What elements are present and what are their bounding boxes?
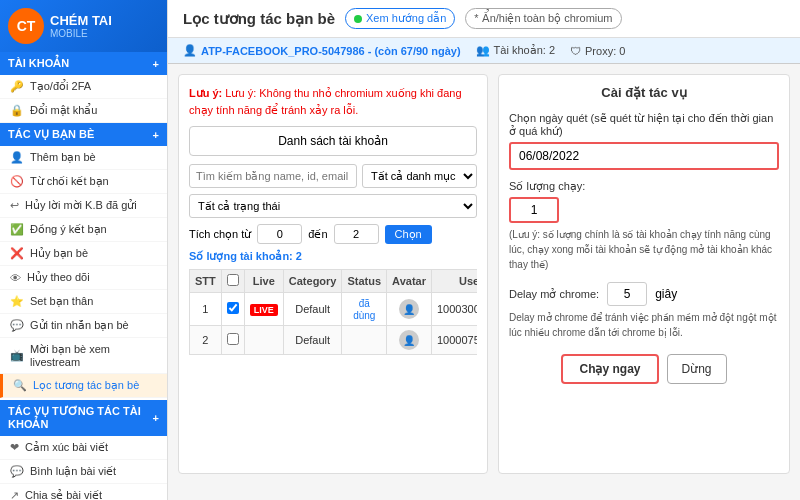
status-badge: đã dùng: [353, 298, 375, 321]
sidebar-item-gui-tin[interactable]: 💬 Gửi tin nhắn bạn bè: [0, 314, 167, 338]
eye-icon: *: [474, 12, 478, 24]
delay-unit: giây: [655, 287, 677, 301]
green-dot-icon: [354, 15, 362, 23]
col-category: Category: [283, 270, 342, 293]
so-luong-row: Số lượng tài khoản: 2: [189, 250, 477, 263]
sidebar-item-tu-choi[interactable]: 🚫 Từ chối kết bạn: [0, 170, 167, 194]
cell-stt: 1: [190, 293, 222, 326]
sidebar-header: CT CHÉM TAI MOBILE: [0, 0, 167, 52]
sidebar-item-chia-se[interactable]: ↗ Chia sẻ bài viết: [0, 484, 167, 500]
sidebar-item-them-ban[interactable]: 👤 Thêm bạn bè: [0, 146, 167, 170]
delay-label: Delay mở chrome:: [509, 288, 599, 301]
logo-icon: CT: [8, 8, 44, 44]
col-avatar: Avatar: [387, 270, 432, 293]
right-panel: Cài đặt tác vụ Chọn ngày quét (sẽ quét t…: [498, 74, 790, 474]
accounts-icon: 👥: [476, 44, 490, 57]
cell-live: LIVE: [244, 293, 283, 326]
delay-input[interactable]: [607, 282, 647, 306]
chon-button[interactable]: Chọn: [385, 225, 432, 244]
comment-icon: 💬: [10, 465, 24, 478]
col-status: Status: [342, 270, 387, 293]
tich-chon-label: Tích chọn từ: [189, 228, 251, 241]
check-icon: ✅: [10, 223, 24, 236]
key-icon: 🔑: [10, 80, 24, 93]
content-area: Lưu ý: Lưu ý: Không thu nhỏ chromium xuố…: [168, 64, 800, 484]
category-select[interactable]: Tất cả danh mục: [362, 164, 477, 188]
message-icon: 💬: [10, 319, 24, 332]
cell-check: [221, 326, 244, 355]
guide-button[interactable]: Xem hướng dẫn: [345, 8, 455, 29]
chay-ngay-button[interactable]: Chạy ngay: [561, 354, 658, 384]
range-from-input[interactable]: [257, 224, 302, 244]
date-input[interactable]: [509, 142, 779, 170]
search-input[interactable]: [189, 164, 357, 188]
dung-button[interactable]: Dừng: [667, 354, 727, 384]
so-luong-field-label: Số lượng chạy:: [509, 180, 779, 193]
cell-avatar: 👤: [387, 326, 432, 355]
sidebar-item-huy-ban[interactable]: ❌ Hủy bạn bè: [0, 242, 167, 266]
left-panel: Lưu ý: Lưu ý: Không thu nhỏ chromium xuố…: [178, 74, 488, 474]
heart-icon: ❤: [10, 441, 19, 454]
range-to-input[interactable]: [334, 224, 379, 244]
sidebar-item-dong-y[interactable]: ✅ Đồng ý kết bạn: [0, 218, 167, 242]
sidebar-item-cam-xuc[interactable]: ❤ Cảm xúc bài viết: [0, 436, 167, 460]
logo-sub: MOBILE: [50, 28, 112, 39]
hide-chromium-button[interactable]: * Ẩn/hiện toàn bộ chromium: [465, 8, 621, 29]
main-content: Lọc tương tác bạn bè Xem hướng dẫn * Ẩn/…: [168, 0, 800, 500]
ban-be-section: TÁC VỤ BẠN BÈ +: [0, 123, 167, 146]
cell-userid: 100030073599...: [431, 293, 477, 326]
cell-userid: 100007586507...: [431, 326, 477, 355]
live-badge: LIVE: [250, 304, 278, 316]
col-userid: User ID: [431, 270, 477, 293]
sidebar-item-2fa[interactable]: 🔑 Tạo/đổi 2FA: [0, 75, 167, 99]
cell-category: Default: [283, 326, 342, 355]
cell-avatar: 👤: [387, 293, 432, 326]
warning-text: Lưu ý: Lưu ý: Không thu nhỏ chromium xuố…: [189, 85, 477, 118]
table-header-row: STT Live Category Status Avatar User ID: [190, 270, 478, 293]
so-luong-input[interactable]: [509, 197, 559, 223]
row-checkbox-1[interactable]: [227, 302, 239, 314]
profile-icon: 👤: [183, 44, 197, 57]
avatar: 👤: [399, 330, 419, 350]
unfollow-icon: 👁: [10, 272, 21, 284]
cell-status: đã dùng: [342, 293, 387, 326]
cell-live: [244, 326, 283, 355]
sidebar: CT CHÉM TAI MOBILE TÀI KHOẢN + 🔑 Tạo/đổi…: [0, 0, 168, 500]
accounts-table-wrap: STT Live Category Status Avatar User ID …: [189, 269, 477, 355]
table-row: 1 LIVE Default đã dùng 👤 100030073599...: [190, 293, 478, 326]
delay-row: Delay mở chrome: giây: [509, 282, 779, 306]
col-stt: STT: [190, 270, 222, 293]
cell-category: Default: [283, 293, 342, 326]
account-list-button[interactable]: Danh sách tài khoản: [189, 126, 477, 156]
so-luong-input-row: [509, 197, 779, 223]
sidebar-item-huy-theo-doi[interactable]: 👁 Hủy theo dõi: [0, 266, 167, 290]
table-row: 2 Default 👤 100007586507...: [190, 326, 478, 355]
sidebar-item-set-ban-than[interactable]: ⭐ Set bạn thân: [0, 290, 167, 314]
action-row: Chạy ngay Dừng: [509, 354, 779, 384]
col-check: [221, 270, 244, 293]
status-select[interactable]: Tất cả trạng thái: [189, 194, 477, 218]
account-count: 👥 Tài khoản: 2: [476, 44, 555, 57]
sidebar-item-binh-luan[interactable]: 💬 Bình luận bài viết: [0, 460, 167, 484]
sidebar-item-loc-tuong-tac[interactable]: 🔍 Lọc tương tác bạn bè: [0, 374, 167, 398]
logo-text: CHÉM TAI: [50, 13, 112, 29]
account-profile: 👤 ATP-FACEBOOK_PRO-5047986 - (còn 67/90 …: [183, 44, 461, 57]
select-all-checkbox[interactable]: [227, 274, 239, 286]
main-header: Lọc tương tác bạn bè Xem hướng dẫn * Ẩn/…: [168, 0, 800, 38]
page-title: Lọc tương tác bạn bè: [183, 10, 335, 28]
undo-icon: ↩: [10, 199, 19, 212]
cell-check: [221, 293, 244, 326]
den-label: đến: [308, 228, 327, 241]
reject-icon: 🚫: [10, 175, 24, 188]
avatar: 👤: [399, 299, 419, 319]
row-checkbox-2[interactable]: [227, 333, 239, 345]
proxy-count: 🛡 Proxy: 0: [570, 45, 625, 57]
remove-friend-icon: ❌: [10, 247, 24, 260]
sidebar-item-huy-loi-moi[interactable]: ↩ Hủy lời mời K.B đã gửi: [0, 194, 167, 218]
tuong-tac-section: TÁC VỤ TƯƠNG TÁC TÀI KHOẢN +: [0, 400, 167, 436]
livestream-icon: 📺: [10, 349, 24, 362]
sidebar-item-moi-livestream[interactable]: 📺 Mời bạn bè xem livestream: [0, 338, 167, 374]
proxy-icon: 🛡: [570, 45, 581, 57]
col-live: Live: [244, 270, 283, 293]
sidebar-item-password[interactable]: 🔒 Đổi mật khẩu: [0, 99, 167, 123]
